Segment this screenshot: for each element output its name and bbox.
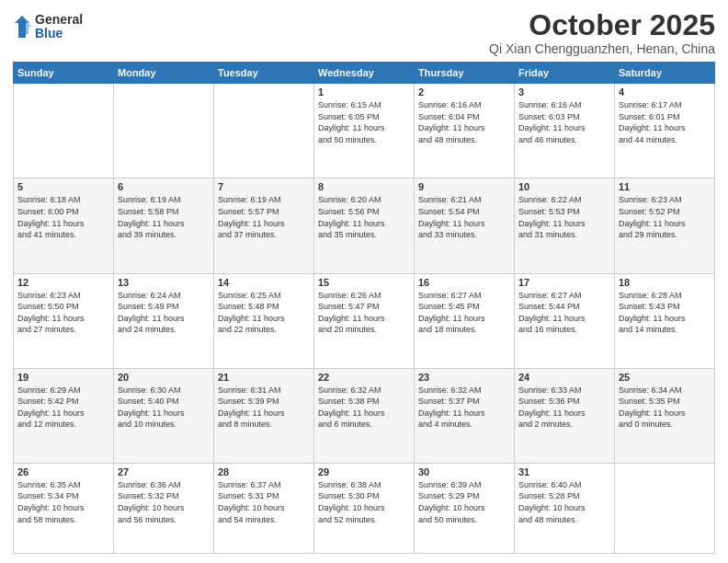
day-number: 7 [218,181,310,192]
day-info: Sunrise: 6:32 AM Sunset: 5:37 PM Dayligh… [418,385,510,431]
calendar-cell: 9Sunrise: 6:21 AM Sunset: 5:54 PM Daylig… [415,178,515,273]
day-info: Sunrise: 6:32 AM Sunset: 5:38 PM Dayligh… [318,385,410,431]
calendar-cell: 31Sunrise: 6:40 AM Sunset: 5:28 PM Dayli… [515,463,615,553]
calendar-week-row: 5Sunrise: 6:18 AM Sunset: 6:00 PM Daylig… [14,178,715,273]
calendar-cell: 12Sunrise: 6:23 AM Sunset: 5:50 PM Dayli… [14,273,114,368]
day-info: Sunrise: 6:23 AM Sunset: 5:52 PM Dayligh… [619,194,711,240]
calendar-day-header: Saturday [615,63,715,84]
day-info: Sunrise: 6:37 AM Sunset: 5:31 PM Dayligh… [218,479,310,525]
day-info: Sunrise: 6:27 AM Sunset: 5:44 PM Dayligh… [518,290,610,336]
day-info: Sunrise: 6:35 AM Sunset: 5:34 PM Dayligh… [17,479,109,525]
day-info: Sunrise: 6:38 AM Sunset: 5:30 PM Dayligh… [318,479,410,525]
day-number: 18 [619,277,711,288]
calendar-cell: 28Sunrise: 6:37 AM Sunset: 5:31 PM Dayli… [214,463,314,553]
calendar-cell: 1Sunrise: 6:15 AM Sunset: 6:05 PM Daylig… [314,84,415,178]
day-info: Sunrise: 6:29 AM Sunset: 5:42 PM Dayligh… [17,385,109,431]
page: General Blue October 2025 Qi Xian Chengg… [0,0,728,563]
day-number: 19 [17,372,109,383]
day-info: Sunrise: 6:15 AM Sunset: 6:05 PM Dayligh… [318,99,410,145]
logo: General Blue [13,13,83,41]
day-number: 29 [318,466,410,477]
day-number: 4 [619,86,711,98]
day-info: Sunrise: 6:25 AM Sunset: 5:48 PM Dayligh… [218,290,310,336]
calendar-day-header: Friday [515,63,615,84]
calendar-week-row: 1Sunrise: 6:15 AM Sunset: 6:05 PM Daylig… [14,84,715,178]
day-info: Sunrise: 6:39 AM Sunset: 5:29 PM Dayligh… [418,479,510,525]
day-info: Sunrise: 6:28 AM Sunset: 5:43 PM Dayligh… [619,290,711,336]
calendar-cell: 7Sunrise: 6:19 AM Sunset: 5:57 PM Daylig… [214,178,314,273]
day-info: Sunrise: 6:20 AM Sunset: 5:56 PM Dayligh… [318,194,410,240]
calendar-cell: 24Sunrise: 6:33 AM Sunset: 5:36 PM Dayli… [515,368,615,463]
day-number: 23 [418,372,510,383]
day-info: Sunrise: 6:16 AM Sunset: 6:04 PM Dayligh… [418,99,510,145]
logo-icon [13,14,31,40]
calendar-week-row: 19Sunrise: 6:29 AM Sunset: 5:42 PM Dayli… [14,368,715,463]
day-info: Sunrise: 6:36 AM Sunset: 5:32 PM Dayligh… [118,479,210,525]
logo-blue-text: Blue [35,27,83,40]
day-number: 24 [518,372,610,383]
calendar-cell: 6Sunrise: 6:19 AM Sunset: 5:58 PM Daylig… [114,178,214,273]
day-number: 17 [518,277,610,288]
calendar-cell [14,84,114,178]
calendar-cell: 2Sunrise: 6:16 AM Sunset: 6:04 PM Daylig… [415,84,515,178]
day-number: 5 [17,181,109,192]
month-title: October 2025 [489,9,715,41]
day-number: 30 [418,466,510,477]
calendar-day-header: Sunday [14,63,114,84]
day-info: Sunrise: 6:33 AM Sunset: 5:36 PM Dayligh… [518,385,610,431]
day-number: 11 [619,181,711,192]
calendar-cell: 16Sunrise: 6:27 AM Sunset: 5:45 PM Dayli… [415,273,515,368]
calendar-cell: 10Sunrise: 6:22 AM Sunset: 5:53 PM Dayli… [515,178,615,273]
day-number: 14 [218,277,310,288]
day-number: 16 [418,277,510,288]
svg-marker-1 [26,21,31,34]
day-number: 12 [17,277,109,288]
calendar-day-header: Monday [114,63,214,84]
day-number: 25 [619,372,711,383]
calendar-week-row: 12Sunrise: 6:23 AM Sunset: 5:50 PM Dayli… [14,273,715,368]
day-info: Sunrise: 6:40 AM Sunset: 5:28 PM Dayligh… [518,479,610,525]
calendar-table: SundayMondayTuesdayWednesdayThursdayFrid… [13,62,715,554]
day-number: 3 [518,86,610,98]
day-number: 31 [518,466,610,477]
day-number: 13 [118,277,210,288]
day-info: Sunrise: 6:22 AM Sunset: 5:53 PM Dayligh… [518,194,610,240]
logo-general-text: General [35,13,83,27]
calendar-cell: 4Sunrise: 6:17 AM Sunset: 6:01 PM Daylig… [615,84,715,178]
calendar-cell: 29Sunrise: 6:38 AM Sunset: 5:30 PM Dayli… [314,463,415,553]
calendar-cell: 21Sunrise: 6:31 AM Sunset: 5:39 PM Dayli… [214,368,314,463]
day-number: 10 [518,181,610,192]
day-number: 28 [218,466,310,477]
header-right: October 2025 Qi Xian Chengguanzhen, Hena… [489,9,715,56]
day-info: Sunrise: 6:30 AM Sunset: 5:40 PM Dayligh… [118,385,210,431]
calendar-cell: 5Sunrise: 6:18 AM Sunset: 6:00 PM Daylig… [14,178,114,273]
calendar-cell: 23Sunrise: 6:32 AM Sunset: 5:37 PM Dayli… [415,368,515,463]
calendar-day-header: Wednesday [314,63,415,84]
header: General Blue October 2025 Qi Xian Chengg… [13,9,715,56]
day-info: Sunrise: 6:23 AM Sunset: 5:50 PM Dayligh… [17,290,109,336]
calendar-cell [214,84,314,178]
logo-text: General Blue [35,13,83,41]
day-info: Sunrise: 6:18 AM Sunset: 6:00 PM Dayligh… [17,194,109,240]
calendar-week-row: 26Sunrise: 6:35 AM Sunset: 5:34 PM Dayli… [14,463,715,553]
day-number: 9 [418,181,510,192]
day-info: Sunrise: 6:17 AM Sunset: 6:01 PM Dayligh… [619,99,711,145]
day-info: Sunrise: 6:24 AM Sunset: 5:49 PM Dayligh… [118,290,210,336]
calendar-cell: 13Sunrise: 6:24 AM Sunset: 5:49 PM Dayli… [114,273,214,368]
calendar-cell: 18Sunrise: 6:28 AM Sunset: 5:43 PM Dayli… [615,273,715,368]
day-number: 27 [118,466,210,477]
day-info: Sunrise: 6:16 AM Sunset: 6:03 PM Dayligh… [518,99,610,145]
calendar-cell: 8Sunrise: 6:20 AM Sunset: 5:56 PM Daylig… [314,178,415,273]
calendar-day-header: Tuesday [214,63,314,84]
calendar-cell: 20Sunrise: 6:30 AM Sunset: 5:40 PM Dayli… [114,368,214,463]
day-number: 26 [17,466,109,477]
day-info: Sunrise: 6:21 AM Sunset: 5:54 PM Dayligh… [418,194,510,240]
calendar-day-header: Thursday [415,63,515,84]
day-number: 6 [118,181,210,192]
day-number: 1 [318,86,410,98]
calendar-cell: 22Sunrise: 6:32 AM Sunset: 5:38 PM Dayli… [314,368,415,463]
day-number: 21 [218,372,310,383]
calendar-cell: 14Sunrise: 6:25 AM Sunset: 5:48 PM Dayli… [214,273,314,368]
calendar-cell: 17Sunrise: 6:27 AM Sunset: 5:44 PM Dayli… [515,273,615,368]
day-info: Sunrise: 6:19 AM Sunset: 5:57 PM Dayligh… [218,194,310,240]
